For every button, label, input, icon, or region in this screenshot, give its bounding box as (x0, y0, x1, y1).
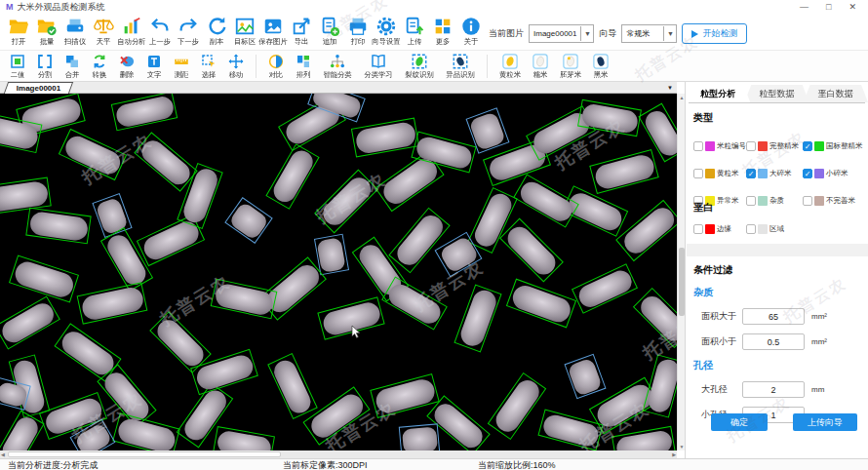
scroll-right-icon[interactable]: ▶ (672, 450, 676, 458)
delete-button[interactable]: 删除 (113, 53, 140, 80)
foreign-recognition-button[interactable]: 异品识别 (440, 53, 481, 80)
grain-bounding-box[interactable] (633, 288, 677, 348)
upload-wizard-button[interactable]: 上传向导 (793, 413, 857, 431)
select-button[interactable]: 选择 (195, 53, 222, 80)
rice-glutinous-button[interactable]: 糯米 (527, 53, 554, 80)
vertical-scrollbar[interactable]: ▲ ▼ (677, 94, 685, 450)
text-button[interactable]: 文字 (140, 53, 168, 80)
grain-bounding-box[interactable] (213, 426, 275, 450)
classify-learning-button[interactable]: 分类学习 (358, 53, 399, 80)
chevron-down-icon[interactable]: ▼ (580, 26, 593, 41)
redo-icon (178, 16, 199, 37)
grain-bounding-box[interactable] (265, 143, 319, 210)
current-image-dropdown[interactable]: Image00001 ▼ (529, 24, 594, 43)
minimize-icon[interactable]: — (800, 2, 809, 12)
grain-bounding-box[interactable] (111, 94, 178, 131)
scanner-button[interactable]: 扫描仪 (60, 16, 89, 47)
grain-bounding-box[interactable] (9, 255, 79, 303)
balance-button[interactable]: 天平 (89, 16, 117, 47)
grain-bounding-box[interactable] (314, 169, 378, 233)
convert-button[interactable]: 转换 (86, 53, 113, 80)
merge-button[interactable]: 合并 (59, 53, 86, 80)
grain-bounding-box[interactable] (399, 423, 440, 450)
panel-tab-2[interactable]: 垩白数据 (804, 85, 868, 102)
more-icon (432, 16, 454, 37)
type-checkbox-1[interactable] (746, 141, 756, 151)
target-area-button[interactable]: 目标区 (230, 16, 258, 47)
type-checkbox-5[interactable]: ✓ (803, 169, 812, 178)
batch-button[interactable]: 批量 (32, 16, 60, 47)
save-image-button[interactable]: 保存图片 (258, 16, 287, 47)
start-detection-button[interactable]: 开始检测 (682, 23, 747, 44)
grain-bounding-box[interactable] (134, 132, 197, 191)
redo-button[interactable]: 下一步 (174, 16, 202, 47)
move-button[interactable]: 移动 (222, 53, 250, 80)
grain-bounding-box[interactable] (0, 411, 45, 450)
close-icon[interactable]: ✕ (848, 2, 856, 12)
grain-bounding-box[interactable] (211, 278, 278, 319)
crack-recognition-button[interactable]: 裂纹识别 (399, 53, 440, 80)
print-button[interactable]: 打印 (343, 16, 372, 47)
rice-yellow-button[interactable]: 黄粒米 (493, 53, 527, 80)
arrange-button[interactable]: 排列 (290, 53, 317, 80)
type-checkbox-0[interactable] (693, 141, 703, 151)
type-checkbox-3[interactable] (693, 169, 703, 178)
chalk-checkbox-1[interactable] (746, 224, 756, 234)
grain-bounding-box[interactable] (314, 234, 349, 276)
grain-bounding-box[interactable] (59, 128, 127, 179)
measure-button[interactable]: 测距 (168, 53, 195, 80)
grain-bounding-box[interactable] (506, 279, 576, 329)
type-checkbox-2[interactable]: ✓ (803, 141, 812, 151)
grain-bounding-box[interactable] (77, 282, 148, 324)
grain-bounding-box[interactable] (0, 295, 60, 349)
upload-button[interactable]: 上传 (400, 16, 428, 47)
undo-button[interactable]: 上一步 (145, 16, 174, 47)
grain-bounding-box[interactable] (488, 372, 546, 439)
append-button[interactable]: 追加 (315, 16, 343, 47)
grain-bounding-box[interactable] (267, 353, 318, 419)
filter-value-input[interactable] (742, 333, 805, 350)
split-button[interactable]: 分割 (31, 53, 59, 80)
horizontal-scrollbar[interactable]: ◀ ▶ (0, 450, 677, 458)
wizard-dropdown[interactable]: 常规米 ▼ (621, 24, 677, 43)
grain-bounding-box[interactable] (513, 174, 579, 227)
grain-bounding-box[interactable] (454, 284, 501, 352)
smart-classify-button[interactable]: 智能分类 (317, 53, 358, 80)
maximize-icon[interactable]: □ (826, 2, 831, 12)
scanner-icon (64, 16, 86, 37)
filter-value-input[interactable] (742, 308, 805, 325)
image-canvas[interactable]: 托普云农托普云农托普云农托普云农托普云农托普云农托普云农托普云农托普云农 (0, 94, 677, 450)
rice-germ-button[interactable]: 胚芽米 (554, 53, 587, 80)
panel-tab-0[interactable]: 粒型分析 (686, 85, 750, 102)
folder-open-button[interactable]: 打开 (4, 16, 32, 47)
auto-analyze-button[interactable]: 自动分析 (117, 16, 145, 47)
grain-bounding-box[interactable] (224, 197, 272, 244)
filter-value-input[interactable] (742, 381, 805, 398)
image-tab[interactable]: Image00001 (4, 82, 74, 94)
grain-bounding-box[interactable] (381, 276, 448, 330)
horizontal-scrollbar-thumb[interactable] (8, 451, 281, 457)
grain-bounding-box[interactable] (572, 263, 638, 314)
rice-black-button[interactable]: 黑米 (587, 53, 614, 80)
about-button[interactable]: 关于 (456, 16, 485, 47)
export-button[interactable]: 导出 (287, 16, 315, 47)
tab-list-icon[interactable]: ▼ (667, 85, 673, 91)
binary-button[interactable]: 二值 (4, 53, 31, 80)
ok-button[interactable]: 确定 (711, 413, 768, 431)
contrast-button[interactable]: 对比 (262, 53, 290, 80)
grain-bounding-box[interactable] (612, 426, 676, 450)
chevron-down-icon[interactable]: ▼ (663, 26, 676, 41)
grain-bounding-box[interactable] (589, 149, 659, 194)
chalk-checkbox-0[interactable] (693, 224, 703, 234)
grain-bounding-box[interactable] (25, 207, 91, 244)
panel-tab-1[interactable]: 粒型数据 (744, 85, 809, 102)
duplicate-button[interactable]: 副本 (202, 16, 230, 47)
scroll-left-icon[interactable]: ◀ (1, 450, 5, 458)
type-checkbox-4[interactable]: ✓ (746, 169, 756, 178)
more-button[interactable]: 更多 (428, 16, 456, 47)
grain-bounding-box[interactable] (499, 217, 564, 282)
grain-bounding-box[interactable] (351, 117, 419, 157)
wizard-settings-button[interactable]: 向导设置 (372, 16, 400, 47)
grain-bounding-box[interactable] (564, 354, 606, 400)
grain-bounding-box[interactable] (302, 386, 370, 445)
